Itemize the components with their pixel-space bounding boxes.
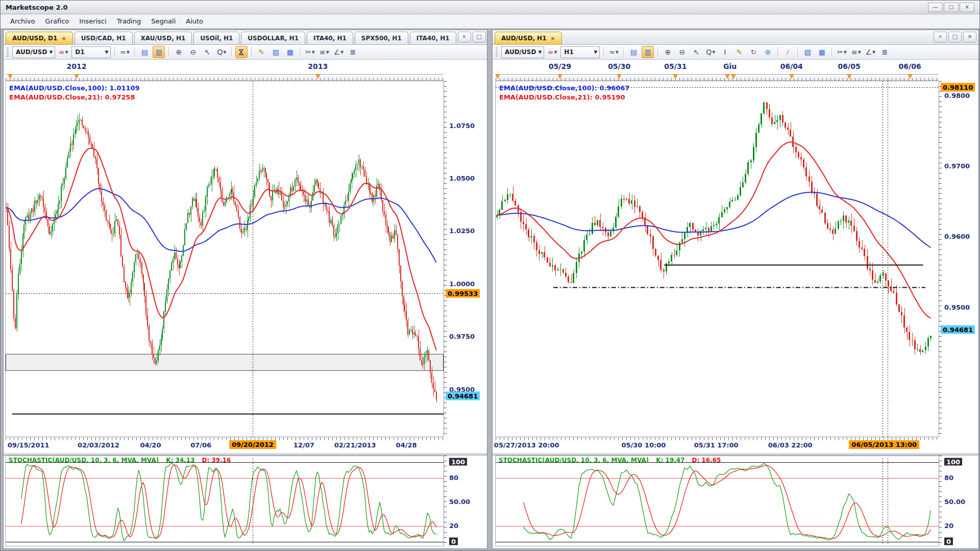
pointer-icon[interactable]: ↖ (201, 46, 213, 58)
zoom-out-icon[interactable]: ⊖ (187, 46, 199, 58)
zoom-range-icon[interactable]: Q▼ (215, 46, 228, 58)
tab-usdollar-h1[interactable]: USDOLLAR, H1 (241, 32, 305, 44)
minimize-button[interactable]: — (928, 3, 943, 12)
price-chart-plot[interactable] (5, 81, 444, 437)
tab-ita40-h1[interactable]: ITA40, H1 (307, 32, 353, 44)
menu-item-trading[interactable]: Trading (112, 16, 146, 27)
period-select[interactable]: H1▼ (560, 46, 600, 58)
stochastic-pane[interactable] (495, 456, 939, 546)
chart-type-icon[interactable]: ≈▼ (607, 46, 620, 58)
symbol-select[interactable]: AUD/USD▼ (12, 46, 55, 58)
tab-aud-usd-h1[interactable]: AUD/USD, H1× (495, 32, 562, 44)
stochastic-axis-ticks (444, 456, 447, 545)
top-axis-date-label: 06/05 (838, 62, 861, 70)
toolbar-drag-handle[interactable] (496, 47, 498, 57)
period-select[interactable]: D1▼ (71, 46, 111, 58)
tile-windows-icon[interactable]: ▤ (138, 46, 151, 58)
restore-panel-button[interactable]: □ (473, 32, 486, 42)
chevron-down-icon[interactable]: ▼ (592, 49, 599, 55)
close-panel-button[interactable]: × (963, 32, 976, 42)
data-window-icon[interactable]: ▦ (816, 46, 828, 58)
chevron-down-icon[interactable]: ▼ (103, 49, 110, 55)
stochastic-level-label: 80 (449, 474, 458, 482)
link-charts-icon[interactable]: ∞▼ (57, 46, 69, 58)
note-icon[interactable]: ✎ (733, 46, 745, 58)
tab-layout-icon[interactable]: ▥ (153, 46, 165, 58)
tab-layout-icon[interactable]: ▥ (642, 46, 654, 58)
chart-type-icon[interactable]: ≈▼ (118, 46, 131, 58)
stochastic-axis[interactable]: 1008050.00200 (444, 456, 486, 545)
stochastic-canvas[interactable] (496, 456, 939, 546)
tab-spx500-h1[interactable]: SPX500, H1 (355, 32, 408, 44)
chevron-down-icon[interactable]: ▼ (536, 49, 544, 55)
tab-usd-cad-h1[interactable]: USD/CAD, H1 (75, 32, 133, 44)
price-axis[interactable]: 1.07501.05001.02501.00000.97500.95000.99… (444, 81, 486, 455)
ema-label: EMA(AUD/USD.Close,100): 0.96067 (499, 84, 630, 92)
ruler-icon[interactable]: / (781, 46, 794, 58)
annotate-pencil-icon[interactable]: ✎ (255, 46, 267, 58)
restore-panel-button[interactable]: □ (948, 32, 962, 42)
tile-windows-icon[interactable]: ▤ (627, 46, 640, 58)
stochastic-pane[interactable] (5, 456, 444, 546)
indicators-icon[interactable]: ≡▼ (850, 46, 862, 58)
refresh-icon[interactable]: ↻ (747, 46, 760, 58)
tab-overflow-button[interactable]: » (934, 32, 947, 42)
menu-item-grafico[interactable]: Grafico (41, 16, 74, 27)
chevron-down-icon: ▼ (712, 50, 715, 55)
image-export-icon[interactable]: ▨ (801, 46, 814, 58)
chevron-down-icon: ▼ (326, 50, 329, 55)
remove-drawings-icon[interactable]: ✂▼ (304, 46, 316, 58)
tab-usoil-h1[interactable]: USOil, H1 (193, 32, 239, 44)
tab-aud-usd-d1[interactable]: AUD/USD, D1× (6, 32, 73, 44)
zoom-out-icon[interactable]: ⊖ (676, 46, 688, 58)
price-chart-plot[interactable] (495, 81, 939, 437)
toolbar-drag-handle[interactable] (7, 47, 9, 57)
tab-close-icon[interactable]: × (550, 35, 555, 42)
menu-item-inserisci[interactable]: Inserisci (75, 16, 111, 27)
tab-overflow-button[interactable]: » (458, 32, 471, 42)
zoom-in-icon[interactable]: ⊕ (173, 46, 185, 58)
image-export-icon[interactable]: ▨ (270, 46, 282, 58)
stochastic-axis[interactable]: 1008050.00200 (939, 456, 978, 545)
menu-item-archivo[interactable]: Archivo (6, 16, 40, 27)
close-button[interactable]: × (960, 3, 974, 12)
tab-xau-usd-h1[interactable]: XAU/USD, H1 (134, 32, 192, 44)
indicators-icon[interactable]: ≡▼ (318, 46, 330, 58)
price-chart-canvas[interactable] (496, 81, 939, 437)
objects-list-icon[interactable]: ≣ (347, 46, 359, 58)
top-axis-date-label: 06/04 (780, 62, 803, 70)
link-charts-icon[interactable]: ∞▼ (546, 46, 558, 58)
remove-drawings-icon[interactable]: ✂▼ (836, 46, 848, 58)
menu-item-segnali[interactable]: Segnali (146, 16, 180, 27)
symbol-select[interactable]: AUD/USD▼ (501, 46, 544, 58)
objects-list-icon[interactable]: ≣ (878, 46, 891, 58)
chart-top-axis: 05/2905/3005/31Giu06/0406/0506/06 (493, 60, 978, 74)
drawing-tools-icon[interactable]: ∠▼ (332, 46, 345, 58)
time-ruler[interactable] (496, 74, 939, 81)
time-cursor-icon[interactable]: ⋈ (235, 46, 248, 58)
zoom-in-icon[interactable]: ⊕ (662, 46, 674, 58)
date-axis[interactable]: 05/27/2013 20:0005/30 10:0005/31 17:0006… (493, 437, 978, 454)
chevron-down-icon[interactable]: ▼ (47, 49, 55, 55)
menu-item-aiuto[interactable]: Aiuto (181, 16, 208, 27)
chevron-down-icon: ▼ (872, 50, 875, 55)
tab-strip: AUD/USD, D1×USD/CAD, H1XAU/USD, H1USOil,… (4, 30, 487, 45)
date-label: 07/06 (190, 441, 211, 449)
text-cursor-icon[interactable]: I (719, 46, 731, 58)
tab-close-icon[interactable]: × (61, 35, 66, 42)
price-chart-canvas[interactable] (6, 81, 444, 437)
ruler-ticks (6, 78, 444, 81)
zoom-range-icon[interactable]: Q▼ (704, 46, 717, 58)
price-axis[interactable]: 0.98000.97000.96000.95000.981100.94681 (939, 81, 978, 455)
pointer-icon[interactable]: ↖ (690, 46, 702, 58)
data-window-icon[interactable]: ▦ (284, 46, 296, 58)
stochastic-canvas[interactable] (6, 456, 444, 546)
time-ruler[interactable] (6, 74, 444, 81)
drawing-tools-icon[interactable]: ∠▼ (864, 46, 876, 58)
date-axis[interactable]: 09/15/201102/03/201204/2007/0612/0702/21… (4, 437, 487, 454)
stochastic-level-label: 100 (944, 458, 962, 466)
web-icon[interactable]: ⊚ (762, 46, 774, 58)
date-label: 04/20 (140, 441, 161, 449)
maximize-button[interactable]: □ (944, 3, 959, 12)
tab-ita40-h1[interactable]: ITA40, H1 (410, 32, 456, 44)
